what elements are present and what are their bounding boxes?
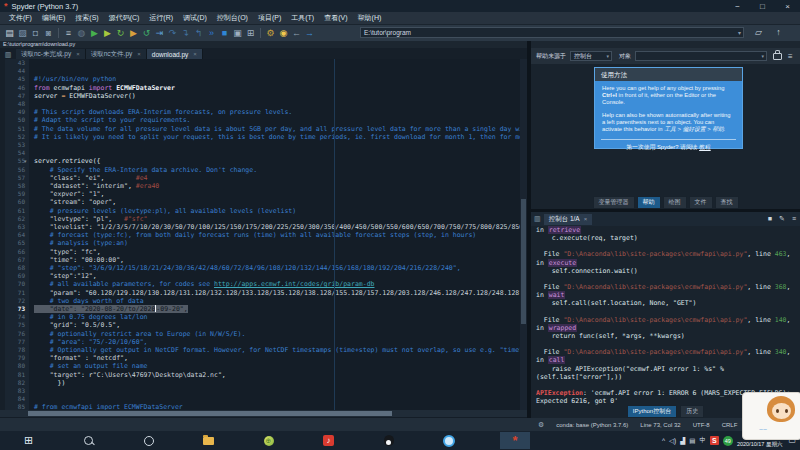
continue-icon[interactable]: » xyxy=(205,27,218,40)
browser[interactable] xyxy=(440,432,457,449)
console-tab[interactable]: 控制台 1/A × xyxy=(544,214,593,225)
stop-icon[interactable]: ■ xyxy=(218,27,231,40)
menu-item[interactable]: 调试(D) xyxy=(178,13,212,23)
panes-icon[interactable]: ▣ xyxy=(231,27,244,40)
line-number: 66 xyxy=(5,248,25,256)
debug-icon[interactable]: ⇥ xyxy=(153,27,166,40)
sogou-icon[interactable]: S xyxy=(710,436,719,445)
working-directory-combo[interactable]: E:\tutor\program ▾ xyxy=(360,27,744,38)
scrollbar-thumb[interactable] xyxy=(28,411,392,416)
cortana-button[interactable] xyxy=(140,432,157,449)
close-icon[interactable]: × xyxy=(137,51,141,57)
fullscreen-icon[interactable]: ⊞ xyxy=(244,27,257,40)
help-object-combo[interactable]: ▾ xyxy=(635,51,767,61)
parent-directory-icon[interactable]: ↑ xyxy=(772,26,785,39)
python-env-icon[interactable]: ◉ xyxy=(277,27,290,40)
step-out-icon[interactable]: ↰ xyxy=(192,27,205,40)
back-icon[interactable]: ← xyxy=(290,27,303,40)
menu-item[interactable]: 查看(V) xyxy=(319,13,352,23)
volume-icon[interactable]: ◁) xyxy=(669,437,676,445)
close-icon[interactable]: × xyxy=(584,216,588,222)
fold-marker-icon[interactable]: ▾ xyxy=(24,157,27,165)
line-number: 48 xyxy=(5,100,25,108)
ipython-console[interactable]: in retrieve c.execute(req, target) File … xyxy=(531,226,800,405)
tutorial-link[interactable]: 教程 xyxy=(699,144,711,150)
file-switcher-icon[interactable]: ≡ xyxy=(62,27,75,40)
line-number: 63 xyxy=(5,223,25,231)
file-explorer-icon xyxy=(203,437,214,445)
menu-item[interactable]: 运行(R) xyxy=(144,13,178,23)
menu-item[interactable]: 编辑(E) xyxy=(37,13,70,23)
console-pane-tab[interactable]: IPython控制台 xyxy=(627,405,677,418)
tools-icon[interactable]: ⚙ xyxy=(264,27,277,40)
editor-vertical-scrollbar[interactable] xyxy=(520,59,527,410)
new-file-icon[interactable]: ▤ xyxy=(3,27,16,40)
green-badge[interactable]: 49 xyxy=(723,436,733,446)
save-icon[interactable]: ◘ xyxy=(29,27,42,40)
browse-tabs-icon[interactable]: ▥ xyxy=(2,50,14,59)
desktop-mascot-sticker: ~~ xyxy=(742,392,800,440)
close-icon[interactable]: × xyxy=(76,51,80,57)
tray-expand-icon[interactable]: ^ xyxy=(662,437,665,444)
browse-directory-icon[interactable]: ▱ xyxy=(752,26,765,39)
step-over-icon[interactable]: ↷ xyxy=(166,27,179,40)
menu-item[interactable]: 控制台(O) xyxy=(212,13,253,23)
network-icon[interactable]: ▟ xyxy=(680,437,685,445)
help-source-select[interactable]: 控制台 ▾ xyxy=(570,51,612,61)
maximize-button[interactable]: □ xyxy=(750,0,775,12)
run-icon[interactable]: ▶ xyxy=(88,27,101,40)
sticker-squiggle: ~~ xyxy=(759,426,767,433)
step-into-icon[interactable]: ↴ xyxy=(179,27,192,40)
run-selection-icon[interactable]: ▶ xyxy=(127,27,140,40)
editor-tab[interactable]: 读取nc-未完成.py× xyxy=(16,49,86,59)
menu-item[interactable]: 帮助(H) xyxy=(353,13,387,23)
options-menu-icon[interactable]: ≡ xyxy=(792,215,796,223)
globe-app[interactable]: ⊕ xyxy=(260,432,277,449)
interrupt-kernel-icon[interactable]: ■ xyxy=(768,215,772,223)
editor-tab[interactable]: 读取nc文件.py× xyxy=(86,49,147,59)
line-number: 71 xyxy=(5,289,25,297)
start-button[interactable]: ⊞ xyxy=(20,432,37,449)
run-cell-icon[interactable]: ▶ xyxy=(101,27,114,40)
run-cell-advance-icon[interactable]: ↻ xyxy=(114,27,127,40)
qq[interactable] xyxy=(380,432,397,449)
line-number: 77 xyxy=(5,338,25,346)
clear-console-icon[interactable]: ✎ xyxy=(779,215,785,223)
battery-icon[interactable]: ▤ xyxy=(689,437,695,445)
editor-tab[interactable]: download.py× xyxy=(147,49,203,59)
save-all-icon[interactable]: ◙ xyxy=(42,27,55,40)
menu-item[interactable]: 源代码(C) xyxy=(104,13,145,23)
spyder-app[interactable]: * xyxy=(500,432,530,449)
editor-horizontal-scrollbar[interactable] xyxy=(0,410,527,417)
pane-tab-查找[interactable]: 查找 xyxy=(715,196,739,209)
close-button[interactable]: × xyxy=(775,0,800,12)
menu-item[interactable]: 搜索(S) xyxy=(70,13,103,23)
lock-icon[interactable] xyxy=(773,53,782,60)
restart-kernel-icon[interactable]: ↺ xyxy=(140,27,153,40)
search-button-icon xyxy=(84,436,93,445)
code-editor[interactable]: #!/usr/bin/env pythonfrom ecmwfapi impor… xyxy=(29,59,520,410)
pane-tab-变量管理器[interactable]: 变量管理器 xyxy=(593,196,635,209)
browser-icon xyxy=(443,435,455,447)
menu-item[interactable]: 项目(P) xyxy=(253,13,286,23)
search-button[interactable] xyxy=(80,432,97,449)
pane-tab-绘图[interactable]: 绘图 xyxy=(663,196,687,209)
code-line: "param": "60.128/129.128/130.128/131.128… xyxy=(34,289,520,297)
pane-tab-文件[interactable]: 文件 xyxy=(689,196,713,209)
ime-indicator[interactable]: 中 xyxy=(699,436,706,445)
open-file-icon[interactable]: ▨ xyxy=(16,27,29,40)
menu-item[interactable]: 工具(T) xyxy=(286,13,319,23)
console-pane-tab[interactable]: 历史 xyxy=(680,405,704,418)
browse-tabs-icon[interactable]: ▥ xyxy=(534,215,541,223)
line-number-gutter: 43444546474849505152535455▾5657585960616… xyxy=(5,59,29,410)
preferences-icon[interactable]: ◍ xyxy=(75,27,88,40)
forward-icon[interactable]: → xyxy=(303,27,316,40)
netease-music[interactable]: ♪ xyxy=(320,432,337,449)
menu-item[interactable]: 文件(F) xyxy=(4,13,37,23)
options-menu-icon[interactable]: ≡ xyxy=(788,52,793,61)
close-icon[interactable]: × xyxy=(193,51,197,57)
pane-tab-帮助[interactable]: 帮助 xyxy=(637,196,661,209)
file-explorer[interactable] xyxy=(200,432,217,449)
scrollbar-thumb[interactable] xyxy=(521,199,526,324)
minimize-button[interactable]: − xyxy=(725,0,750,12)
